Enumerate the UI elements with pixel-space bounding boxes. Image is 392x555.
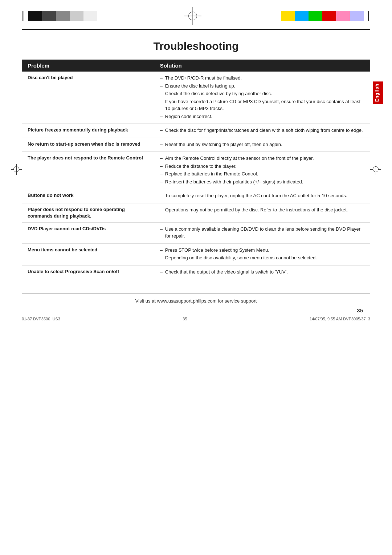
content-area: English Problem Solution Disc can't be p… <box>22 60 370 279</box>
left-color-blocks <box>28 11 97 21</box>
color-block-1 <box>28 11 42 21</box>
troubleshooting-table: Problem Solution Disc can't be playedThe… <box>22 60 370 279</box>
left-lines <box>22 11 24 21</box>
solution-item: Use a commonly available cleaning CD/DVD… <box>160 226 364 240</box>
color-block-blue <box>295 11 309 21</box>
color-block-green <box>309 11 322 21</box>
solution-item: Check the disc for fingerprints/scratche… <box>160 127 364 134</box>
table-row: The player does not respond to the Remot… <box>22 152 370 189</box>
top-bar <box>0 0 392 29</box>
solution-item: Operations may not be permitted by the d… <box>160 206 364 214</box>
page-title: Troubleshooting <box>22 40 370 52</box>
table-row: No return to start-up screen when disc i… <box>22 138 370 152</box>
footer-right: 14/07/05, 9:55 AM DVP3005/37_3 <box>310 317 370 321</box>
solution-cell: Operations may not be permitted by the d… <box>154 203 370 222</box>
solution-cell: Aim the Remote Control directly at the s… <box>154 152 370 189</box>
color-block-4 <box>70 11 83 21</box>
problem-cell: Unable to select Progressive Scan on/off <box>22 265 154 279</box>
solution-item: If you have recorded a Picture CD or MP3… <box>160 98 364 112</box>
right-color-blocks <box>281 11 364 21</box>
solution-cell: The DVD+R/CD-R must be finalised.Ensure … <box>154 72 370 124</box>
page-number: 35 <box>0 306 392 315</box>
problem-cell: DVD Player cannot read CDs/DVDs <box>22 222 154 243</box>
page-title-area: Troubleshooting <box>0 30 392 56</box>
table-row: Buttons do not workTo completely reset t… <box>22 189 370 203</box>
solution-cell: Reset the unit by switching the player o… <box>154 138 370 152</box>
color-block-red <box>322 11 336 21</box>
problem-cell: The player does not respond to the Remot… <box>22 152 154 189</box>
problem-cell: No return to start-up screen when disc i… <box>22 138 154 152</box>
solution-item: Depending on the disc availability, some… <box>160 254 364 262</box>
table-row: Menu items cannot be selectedPress STOP … <box>22 243 370 265</box>
color-block-3 <box>56 11 70 21</box>
problem-cell: Player does not respond to some operatin… <box>22 203 154 222</box>
solution-item: Reset the unit by switching the player o… <box>160 141 364 148</box>
right-crosshair-mark <box>370 164 381 175</box>
table-row: Player does not respond to some operatin… <box>22 203 370 222</box>
solution-item: Re-insert the batteries with their polar… <box>160 178 364 186</box>
solution-item: The DVD+R/CD-R must be finalised. <box>160 74 364 82</box>
solution-cell: Check that the output of the video signa… <box>154 265 370 279</box>
solution-item: Ensure the disc label is facing up. <box>160 82 364 90</box>
solution-item: Region code incorrect. <box>160 113 364 120</box>
color-block-pink <box>336 11 350 21</box>
color-block-yellow <box>281 11 295 21</box>
solution-cell: To completely reset the player, unplug t… <box>154 189 370 203</box>
problem-header: Problem <box>22 60 154 72</box>
footer-center: 35 <box>183 317 187 321</box>
table-row: Unable to select Progressive Scan on/off… <box>22 265 370 279</box>
english-tab: English <box>373 81 383 104</box>
solution-header: Solution <box>154 60 370 72</box>
solution-item: Press STOP twice before selecting System… <box>160 247 364 254</box>
solution-item: Replace the batteries in the Remote Cont… <box>160 170 364 178</box>
color-block-2 <box>42 11 56 21</box>
table-row: Disc can't be playedThe DVD+R/CD-R must … <box>22 72 370 124</box>
problem-cell: Disc can't be played <box>22 72 154 124</box>
solution-cell: Check the disc for fingerprints/scratche… <box>154 124 370 138</box>
solution-item: Aim the Remote Control directly at the s… <box>160 155 364 162</box>
solution-item: Reduce the distance to the player. <box>160 163 364 170</box>
color-block-lavender <box>350 11 364 21</box>
center-crosshair <box>184 7 201 25</box>
solution-item: Check that the output of the video signa… <box>160 268 364 276</box>
color-block-5 <box>83 11 97 21</box>
problem-cell: Buttons do not work <box>22 189 154 203</box>
solution-item: To completely reset the player, unplug t… <box>160 192 364 199</box>
footer-left: 01-37 DVP3500_US3 <box>22 317 60 321</box>
left-crosshair-mark <box>11 164 22 175</box>
support-url: Visit us at www.usasupport.philips.com f… <box>0 294 392 306</box>
problem-cell: Menu items cannot be selected <box>22 243 154 265</box>
right-lines <box>368 11 370 21</box>
table-header-row: Problem Solution <box>22 60 370 72</box>
problem-cell: Picture freezes momentarily during playb… <box>22 124 154 138</box>
table-row: Picture freezes momentarily during playb… <box>22 124 370 138</box>
table-row: DVD Player cannot read CDs/DVDsUse a com… <box>22 222 370 243</box>
solution-cell: Use a commonly available cleaning CD/DVD… <box>154 222 370 243</box>
footer-info: 01-37 DVP3500_US3 35 14/07/05, 9:55 AM D… <box>0 315 392 325</box>
solution-item: Check if the disc is defective by trying… <box>160 90 364 97</box>
solution-cell: Press STOP twice before selecting System… <box>154 243 370 265</box>
